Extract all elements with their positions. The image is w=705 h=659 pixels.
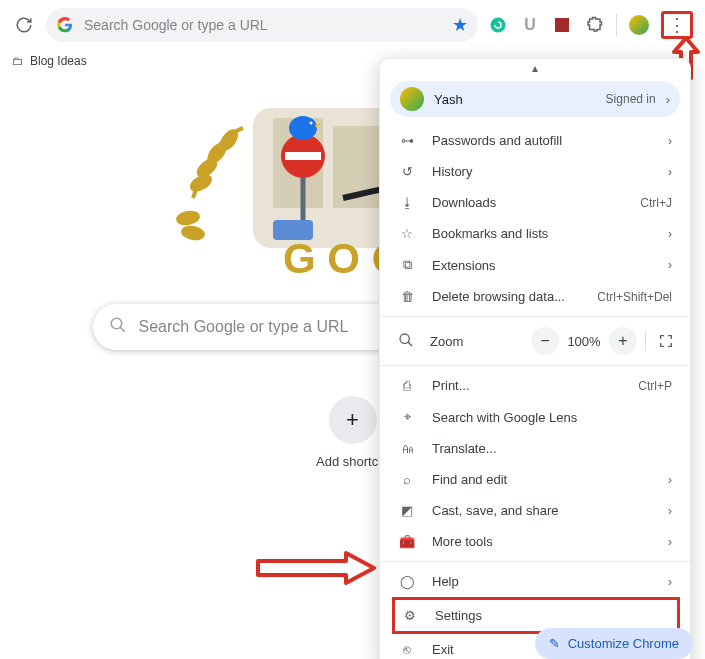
chevron-right-icon: › bbox=[666, 92, 670, 107]
menu-item-label: Print... bbox=[432, 378, 622, 393]
menu-separator bbox=[380, 365, 690, 366]
svg-point-15 bbox=[303, 118, 315, 130]
chevron-right-icon: › bbox=[668, 258, 672, 272]
svg-point-16 bbox=[309, 122, 312, 125]
omnibox[interactable]: Search Google or type a URL ★ bbox=[46, 8, 478, 42]
bookmark-icon: ☆ bbox=[398, 226, 416, 241]
menu-item-label: More tools bbox=[432, 534, 652, 549]
profile-row[interactable]: Yash Signed in › bbox=[390, 81, 680, 117]
folder-icon: 🗀 bbox=[12, 54, 24, 68]
menu-item-label: Bookmarks and lists bbox=[432, 226, 652, 241]
plus-icon: + bbox=[329, 396, 377, 444]
svg-line-21 bbox=[408, 342, 412, 346]
gear-icon: ⚙ bbox=[401, 608, 419, 623]
menu-item[interactable]: ⭳DownloadsCtrl+J bbox=[380, 187, 690, 218]
svg-rect-13 bbox=[285, 152, 321, 160]
grammarly-icon[interactable] bbox=[488, 15, 508, 35]
browser-toolbar: Search Google or type a URL ★ U ⋮ bbox=[0, 0, 705, 50]
menu-item-label: Find and edit bbox=[432, 472, 652, 487]
menu-item[interactable]: ⎙Print...Ctrl+P bbox=[380, 370, 690, 401]
print-icon: ⎙ bbox=[398, 378, 416, 393]
zoom-label: Zoom bbox=[430, 334, 463, 349]
menu-item[interactable]: ☆Bookmarks and lists› bbox=[380, 218, 690, 249]
exit-icon: ⎋ bbox=[398, 642, 416, 657]
menu-item[interactable]: 🧰More tools› bbox=[380, 526, 690, 557]
download-icon: ⭳ bbox=[398, 195, 416, 210]
cast-icon: ◩ bbox=[398, 503, 416, 518]
fullscreen-button[interactable] bbox=[654, 329, 678, 353]
help-icon: ◯ bbox=[398, 574, 416, 589]
menu-item-label: Delete browsing data... bbox=[432, 289, 581, 304]
menu-item-label: Extensions bbox=[432, 258, 652, 273]
menu-item[interactable]: ⊶Passwords and autofill› bbox=[380, 125, 690, 156]
toolbar-separator bbox=[616, 14, 617, 36]
google-g-icon bbox=[56, 16, 74, 34]
history-icon: ↺ bbox=[398, 164, 416, 179]
menu-item-label: Downloads bbox=[432, 195, 624, 210]
menu-item[interactable]: ↺History› bbox=[380, 156, 690, 187]
menu-item[interactable]: ⧉Extensions› bbox=[380, 249, 690, 281]
svg-point-0 bbox=[491, 18, 506, 33]
ext-square-icon[interactable] bbox=[552, 15, 572, 35]
chevron-right-icon: › bbox=[668, 473, 672, 487]
menu-item-label: Cast, save, and share bbox=[432, 503, 652, 518]
menu-item[interactable]: 🗛Translate... bbox=[380, 433, 690, 464]
customize-chrome-button[interactable]: ✎ Customize Chrome bbox=[535, 628, 693, 659]
key-icon: ⊶ bbox=[398, 133, 416, 148]
chevron-right-icon: › bbox=[668, 165, 672, 179]
find-icon: ⌕ bbox=[398, 472, 416, 487]
menu-item-shortcut: Ctrl+J bbox=[640, 196, 672, 210]
zoom-out-button[interactable]: − bbox=[531, 327, 559, 355]
svg-point-18 bbox=[111, 318, 122, 329]
bookmark-star-icon[interactable]: ★ bbox=[452, 14, 468, 36]
menu-item[interactable]: ◯Help› bbox=[380, 566, 690, 597]
profile-avatar[interactable] bbox=[629, 15, 649, 35]
translate-icon: 🗛 bbox=[398, 441, 416, 456]
svg-line-19 bbox=[120, 327, 125, 332]
menu-item-shortcut: Ctrl+P bbox=[638, 379, 672, 393]
lens-icon: ⌖ bbox=[398, 409, 416, 425]
menu-avatar bbox=[400, 87, 424, 111]
menu-separator bbox=[380, 316, 690, 317]
settings-menu-item[interactable]: ⚙ Settings bbox=[395, 600, 677, 631]
zoom-in-button[interactable]: + bbox=[609, 327, 637, 355]
chevron-right-icon: › bbox=[668, 227, 672, 241]
zoom-row: Zoom − 100% + bbox=[380, 321, 690, 361]
bookmark-folder[interactable]: Blog Ideas bbox=[30, 54, 87, 68]
svg-point-6 bbox=[182, 226, 203, 239]
chevron-right-icon: › bbox=[668, 504, 672, 518]
menu-caret-icon: ▴ bbox=[380, 59, 690, 77]
profile-name: Yash bbox=[434, 92, 596, 107]
ext-u-icon[interactable]: U bbox=[520, 15, 540, 35]
profile-status: Signed in bbox=[606, 92, 656, 106]
menu-item-label: Search with Google Lens bbox=[432, 410, 656, 425]
customize-label: Customize Chrome bbox=[568, 636, 679, 651]
menu-separator bbox=[380, 561, 690, 562]
menu-item-shortcut: Ctrl+Shift+Del bbox=[597, 290, 672, 304]
annotation-highlight-kebab: ⋮ bbox=[661, 11, 693, 39]
menu-item-label: Translate... bbox=[432, 441, 656, 456]
menu-item[interactable]: ⌖Search with Google Lens bbox=[380, 401, 690, 433]
svg-point-20 bbox=[400, 334, 409, 343]
kebab-menu-button[interactable]: ⋮ bbox=[668, 16, 686, 34]
extension-icons: U ⋮ bbox=[488, 11, 693, 39]
menu-item-label: Passwords and autofill bbox=[432, 133, 652, 148]
tools-icon: 🧰 bbox=[398, 534, 416, 549]
menu-item[interactable]: 🗑Delete browsing data...Ctrl+Shift+Del bbox=[380, 281, 690, 312]
trash-icon: 🗑 bbox=[398, 289, 416, 304]
omnibox-placeholder: Search Google or type a URL bbox=[84, 17, 442, 33]
svg-point-4 bbox=[219, 129, 239, 151]
extensions-puzzle-icon[interactable] bbox=[584, 15, 604, 35]
extension-icon: ⧉ bbox=[398, 257, 416, 273]
annotation-arrow-right bbox=[256, 551, 376, 585]
zoom-icon bbox=[398, 332, 414, 351]
menu-item-label: Help bbox=[432, 574, 652, 589]
menu-item[interactable]: ◩Cast, save, and share› bbox=[380, 495, 690, 526]
chevron-right-icon: › bbox=[668, 535, 672, 549]
chrome-menu: ▴ Yash Signed in › ⊶Passwords and autofi… bbox=[379, 58, 691, 659]
reload-button[interactable] bbox=[12, 13, 36, 37]
zoom-value: 100% bbox=[563, 334, 605, 349]
chevron-right-icon: › bbox=[668, 134, 672, 148]
menu-item-label: History bbox=[432, 164, 652, 179]
menu-item[interactable]: ⌕Find and edit› bbox=[380, 464, 690, 495]
